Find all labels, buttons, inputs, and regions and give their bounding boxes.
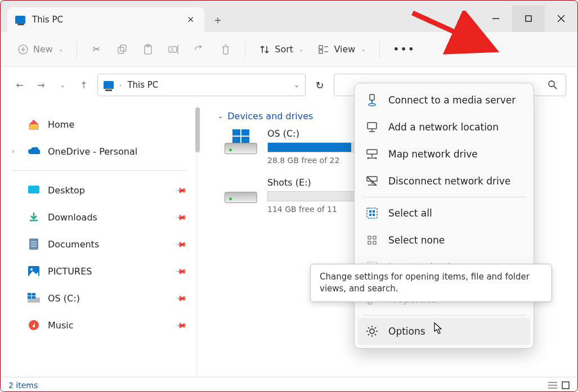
share-button[interactable]	[189, 40, 211, 58]
svg-rect-1	[526, 16, 531, 21]
refresh-button[interactable]: ↻	[311, 76, 328, 93]
sort-icon	[259, 44, 270, 55]
more-button[interactable]: •••	[388, 40, 422, 58]
svg-rect-20	[28, 186, 39, 193]
svg-point-47	[375, 157, 377, 159]
drive-icon	[225, 181, 257, 203]
pin-icon[interactable]: 📌	[175, 211, 187, 223]
item-count: 2 items	[8, 381, 38, 390]
monitor-network-icon	[366, 121, 378, 133]
tooltip: Change settings for opening items, file …	[310, 264, 552, 302]
details-view-icon[interactable]	[548, 381, 557, 389]
svg-line-72	[368, 334, 369, 335]
close-window-button[interactable]	[545, 5, 577, 32]
menu-select-all[interactable]: Select all	[358, 200, 530, 227]
sidebar-downloads[interactable]: Downloads📌	[1, 204, 197, 231]
monitor-icon	[104, 81, 114, 89]
view-icon	[318, 44, 329, 55]
pin-icon[interactable]: 📌	[175, 319, 187, 331]
chevron-down-icon[interactable]: ⌄	[294, 81, 299, 89]
svg-rect-60	[373, 241, 376, 244]
address-bar[interactable]: › This PC ⌄	[97, 74, 306, 96]
desktop-icon	[28, 184, 40, 196]
svg-rect-7	[118, 47, 124, 53]
svg-rect-55	[369, 214, 371, 216]
sort-button[interactable]: Sort⌄	[253, 40, 309, 58]
thumbnails-view-icon[interactable]	[562, 381, 570, 389]
forward-button[interactable]: →	[33, 77, 49, 93]
recent-button[interactable]: ⌄	[55, 77, 70, 93]
maximize-button[interactable]	[512, 5, 545, 32]
copy-button[interactable]	[111, 40, 133, 58]
svg-rect-58	[373, 236, 376, 239]
plus-circle-icon	[17, 44, 29, 55]
chevron-down-icon: ⌄	[361, 46, 365, 52]
chevron-down-icon: ⌄	[299, 46, 303, 52]
sidebar-documents[interactable]: Documents📌	[1, 231, 197, 258]
pin-icon[interactable]: 📌	[175, 238, 187, 250]
cut-button[interactable]: ✂	[85, 40, 107, 58]
menu-disconnect-network-drive[interactable]: Disconnect network drive	[358, 168, 530, 195]
pictures-icon	[28, 265, 40, 277]
svg-rect-59	[368, 241, 371, 244]
pin-icon[interactable]: 📌	[175, 265, 187, 277]
view-button[interactable]: View⌄	[312, 40, 371, 58]
rename-button[interactable]: A	[163, 40, 185, 58]
pin-icon[interactable]: 📌	[175, 292, 187, 304]
svg-rect-8	[120, 45, 126, 51]
svg-rect-57	[368, 236, 371, 239]
sidebar-desktop[interactable]: Desktop📌	[1, 177, 197, 204]
svg-rect-14	[319, 46, 322, 49]
chevron-down-icon: ⌄	[218, 112, 223, 120]
new-tab-button[interactable]: ＋	[204, 7, 231, 32]
breadcrumb-location[interactable]: This PC	[127, 80, 158, 90]
svg-rect-43	[367, 150, 377, 154]
select-none-icon	[366, 234, 378, 246]
titlebar: This PC ✕ ＋	[1, 1, 577, 32]
up-button[interactable]: ↑	[76, 77, 92, 93]
menu-map-network-drive[interactable]: Map network drive	[358, 141, 530, 168]
paste-button[interactable]	[137, 40, 159, 58]
gear-icon	[366, 325, 378, 337]
menu-media-server[interactable]: Connect to a media server	[358, 87, 530, 114]
svg-point-39	[369, 103, 375, 106]
tab-title: This PC	[32, 15, 63, 25]
document-icon	[28, 238, 40, 250]
sidebar-os-c[interactable]: OS (C:)📌	[1, 285, 197, 312]
svg-rect-56	[373, 214, 375, 216]
svg-text:A: A	[171, 47, 174, 53]
svg-point-18	[549, 81, 554, 87]
drive-icon	[225, 132, 257, 154]
delete-button[interactable]	[214, 40, 237, 58]
sidebar-onedrive[interactable]: › OneDrive - Personal	[1, 138, 197, 165]
tab-this-pc[interactable]: This PC ✕	[7, 7, 204, 32]
svg-rect-36	[562, 382, 569, 389]
navigation-pane: Home › OneDrive - Personal Desktop📌 Down…	[1, 103, 198, 377]
svg-line-71	[375, 327, 376, 328]
cloud-icon	[28, 145, 40, 157]
svg-rect-54	[373, 210, 375, 213]
more-menu: Connect to a media server Add a network …	[354, 83, 534, 349]
close-tab-icon[interactable]: ✕	[185, 12, 196, 27]
menu-select-none[interactable]: Select none	[358, 227, 530, 254]
home-icon	[28, 118, 40, 130]
drive-usage-bar	[267, 191, 363, 201]
toolbar: New⌄ ✂ A Sort⌄ View⌄ •••	[1, 32, 577, 67]
menu-add-network-location[interactable]: Add a network location	[358, 114, 530, 141]
pin-icon[interactable]: 📌	[175, 184, 187, 196]
clipboard-icon	[142, 44, 154, 55]
svg-rect-15	[319, 50, 322, 53]
sidebar-pictures[interactable]: PICTURES📌	[1, 258, 197, 285]
sidebar-music[interactable]: Music📌	[1, 312, 197, 339]
new-button[interactable]: New⌄	[12, 40, 69, 58]
svg-rect-40	[368, 123, 377, 129]
scrollbar-thumb[interactable]	[195, 107, 200, 152]
menu-options[interactable]: Options	[358, 318, 530, 345]
chevron-down-icon: ⌄	[59, 46, 63, 52]
chevron-right-icon[interactable]: ›	[12, 147, 15, 155]
svg-rect-48	[367, 177, 377, 181]
back-button[interactable]: ←	[12, 77, 28, 93]
minimize-button[interactable]	[480, 5, 512, 32]
music-icon	[28, 319, 40, 331]
sidebar-home[interactable]: Home	[1, 111, 197, 138]
